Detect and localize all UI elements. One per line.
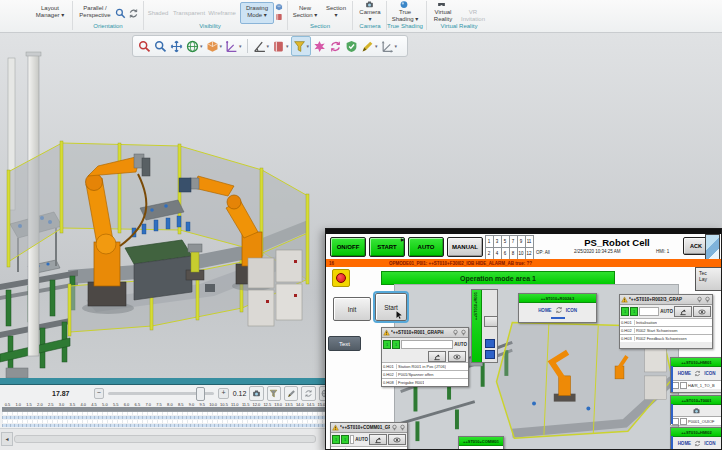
speed-slider-thumb[interactable] — [196, 387, 205, 401]
robot-jog-button[interactable] — [674, 306, 692, 317]
status-cell: 1 — [621, 307, 629, 316]
hmi-number: HMI: 1 — [656, 249, 669, 254]
section-button[interactable]: Section▾ — [322, 5, 350, 19]
lamp-icon[interactable] — [391, 424, 398, 431]
signal-row: 0.H01Initialisation — [620, 318, 712, 326]
refresh-view-icon[interactable] — [128, 8, 139, 19]
manual-mode-button[interactable]: MANUAL — [447, 237, 483, 257]
gantt-rows[interactable] — [2, 412, 327, 427]
lamp-icon[interactable] — [460, 329, 467, 336]
value-box[interactable] — [350, 435, 354, 444]
state-cell[interactable] — [680, 382, 687, 389]
loop-icon[interactable] — [301, 386, 315, 401]
state-cell[interactable] — [680, 418, 687, 425]
vr-invitation-button[interactable]: VRInvitation — [458, 9, 488, 23]
robot-jog-button[interactable] — [428, 351, 446, 362]
transparent-button[interactable]: Transparent — [171, 10, 207, 17]
drawing-mode-button[interactable]: DrawingMode ▾ — [240, 2, 274, 24]
gear-icon — [555, 306, 563, 314]
status-cell: 1 — [392, 340, 400, 349]
scroll-left-button[interactable]: ◂ — [1, 432, 13, 446]
ruler-tick-label: 5.5 — [110, 402, 121, 411]
camera-icon — [364, 0, 375, 9]
ruler-tick-label: 0.5 — [2, 402, 13, 411]
lamp-icon[interactable] — [399, 424, 406, 431]
view-button[interactable] — [448, 351, 466, 362]
device-icon[interactable] — [691, 407, 702, 415]
ruler-tick-label: 13.0 — [273, 402, 284, 411]
annotations-icon[interactable]: ▾ — [271, 37, 290, 55]
start-mode-button[interactable]: START▶ — [369, 237, 405, 257]
sequence-editor-header-bar[interactable] — [0, 378, 333, 385]
display-solid-icon[interactable]: ▾ — [205, 37, 224, 55]
drawing-option-icon[interactable] — [275, 3, 283, 11]
layout-manager-button[interactable]: LayoutManager ▾ — [30, 5, 70, 19]
lamp-icon[interactable] — [452, 329, 459, 336]
camera-button[interactable]: Camera▾ — [356, 9, 384, 23]
parallel-perspective-button[interactable]: Parallel /Perspective — [76, 5, 114, 19]
export-icon[interactable] — [284, 386, 298, 401]
vertical-panel-button[interactable] — [484, 316, 498, 327]
snapshot-icon[interactable] — [249, 386, 263, 401]
collision-icon[interactable] — [312, 37, 327, 55]
ruler-tick-label: 2.5 — [45, 402, 56, 411]
check-icon[interactable] — [344, 37, 359, 55]
virtual-reality-button[interactable]: VirtualReality — [430, 9, 456, 23]
layout-side-button[interactable]: TecLay — [695, 267, 722, 291]
timeline-ruler[interactable]: 0.51.01.52.02.53.03.54.04.55.05.56.06.57… — [2, 402, 327, 412]
wireframe-button[interactable]: Wireframe — [206, 10, 238, 17]
pan-icon[interactable] — [169, 37, 184, 55]
speed-slider[interactable] — [108, 392, 214, 395]
status-cell: 1 — [332, 435, 340, 444]
ribbon-separator — [426, 1, 427, 30]
auto-mode-button[interactable]: AUTO — [408, 237, 444, 257]
value-box[interactable] — [401, 340, 453, 349]
zoom-area-icon[interactable] — [137, 37, 152, 55]
view-button[interactable] — [388, 434, 406, 445]
station-grid-top[interactable]: 1357911 — [485, 235, 533, 247]
status-indicator[interactable] — [485, 339, 495, 348]
start-button[interactable]: Start — [375, 293, 407, 321]
shaded-button[interactable]: Shaded — [146, 10, 170, 17]
csys-icon[interactable]: ▾ — [380, 37, 399, 55]
view-button[interactable] — [693, 306, 711, 317]
filter-sequence-icon[interactable] — [267, 386, 281, 401]
horizontal-scrollbar[interactable] — [14, 435, 316, 443]
robot-jog-button[interactable] — [369, 434, 387, 445]
status-indicator[interactable] — [485, 350, 495, 359]
lamp-icon[interactable] — [696, 296, 703, 303]
mode-label: AUTO — [660, 309, 673, 314]
measure-icon[interactable]: ▾ — [252, 37, 271, 55]
signal-row: 0.H03R002 Feedback Schweissen — [620, 334, 712, 342]
ruler-tick-label: 4.5 — [89, 402, 100, 411]
value-box[interactable] — [639, 307, 659, 316]
drawing-option2-icon[interactable] — [275, 13, 283, 21]
speed-plus-button[interactable]: + — [218, 388, 229, 399]
new-section-button[interactable]: NewSection ▾ — [290, 5, 320, 19]
emergency-stop-icon[interactable] — [332, 269, 350, 287]
update-icon[interactable] — [328, 37, 343, 55]
camera-thumbnail[interactable] — [705, 234, 720, 261]
true-shading-button[interactable]: TrueShading ▾ — [390, 9, 420, 23]
station-number-cell[interactable]: 12 — [525, 247, 534, 260]
text-tab[interactable]: Text — [328, 336, 361, 351]
orbit-icon[interactable]: ▾ — [185, 37, 204, 55]
hmi-window[interactable]: ON/OFF START▶ AUTO MANUAL 1357911 246810… — [325, 228, 722, 450]
lamp-icon[interactable] — [704, 296, 711, 303]
state-cell[interactable] — [672, 418, 679, 425]
on-off-button[interactable]: ON/OFF — [330, 237, 366, 257]
hmi-window-titlebar[interactable] — [326, 229, 721, 234]
group-virtual-reality: Virtual Reality — [428, 23, 490, 29]
init-button[interactable]: Init — [333, 297, 371, 321]
state-cell[interactable] — [672, 382, 679, 389]
cursor-icon — [395, 310, 404, 319]
vertical-status-panel: ++ST010+R001 — [471, 289, 498, 363]
station-grid-bottom[interactable]: 24681012 — [485, 247, 533, 259]
zoom-icon[interactable] — [153, 37, 168, 55]
filter-icon[interactable]: ▾ — [291, 36, 312, 56]
zoom-entire-icon[interactable] — [115, 8, 126, 19]
speed-minus-button[interactable]: − — [94, 388, 105, 399]
frames-icon[interactable]: ▾ — [224, 37, 243, 55]
markup-icon[interactable]: ▾ — [360, 37, 379, 55]
hmi-title: PS_Robot Cell — [552, 237, 682, 248]
